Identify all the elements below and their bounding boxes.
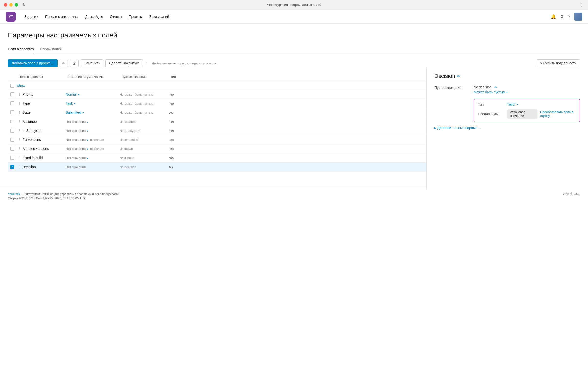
row-checkbox-fixed-in-build[interactable] xyxy=(8,156,17,160)
drag-handle-icon: ⋮ xyxy=(18,147,21,151)
hide-details-button[interactable]: > Скрыть подробности xyxy=(537,59,580,67)
header-type: Тип xyxy=(168,74,193,80)
add-field-button[interactable]: Добавить поле в проект ... xyxy=(8,59,58,67)
show-checkbox[interactable] xyxy=(8,84,17,88)
notifications-button[interactable]: 🔔 xyxy=(551,14,556,19)
may-be-empty-link[interactable]: Может быть пустым xyxy=(474,90,506,94)
footer-build: Сборка 2020.2.6745 Mon, May 25, 2020, 01… xyxy=(8,197,118,200)
dropdown-icon[interactable]: ▾ xyxy=(82,112,84,114)
row-type-state: сос xyxy=(168,111,193,114)
settings-button[interactable]: ⚙ xyxy=(560,14,564,19)
aliases-badge: строковое значение xyxy=(508,109,537,118)
nav-item-agile[interactable]: Доски Agile xyxy=(82,13,106,20)
panel-type-aliases-box-container: Тип текст ▾ Псевдонимы строковое значени… xyxy=(474,98,580,122)
separator: : xyxy=(146,61,147,65)
type-dropdown-icon[interactable]: ▾ xyxy=(517,103,518,106)
row-checkbox-affected-versions[interactable] xyxy=(8,147,17,151)
delete-icon-button[interactable]: 🗑 xyxy=(70,60,79,67)
dropdown-icon[interactable]: ▾ xyxy=(87,130,88,132)
checked-checkbox[interactable]: ✓ xyxy=(10,165,14,169)
titlebar-navigation: ← ↻ xyxy=(14,2,27,8)
row-type-affected-versions: вер xyxy=(168,147,193,151)
tab-fields-in-projects[interactable]: Поля в проектах xyxy=(8,45,34,54)
window-title: Конфигурация настраиваемых полей xyxy=(266,3,322,6)
row-default-decision: Нет значения xyxy=(66,165,120,169)
dropdown-icon[interactable]: ▾ xyxy=(87,157,88,160)
panel-empty-value-row: Пустое значение No decision ✏ Может быть… xyxy=(434,85,580,94)
drag-handle-icon: ⋮ xyxy=(18,110,21,114)
additional-params-link[interactable]: ▶ Дополнительные параме:... xyxy=(434,126,580,130)
row-checkbox-type[interactable] xyxy=(8,102,17,105)
toolbar: Добавить поле в проект ... ✏ 🗑 Заменить … xyxy=(8,59,580,67)
row-name-fix-versions: ⋮ Fix versions xyxy=(17,138,66,142)
nav-item-tasks[interactable]: Задачи ▾ xyxy=(22,13,41,20)
row-checkbox-subsystem[interactable] xyxy=(8,128,17,132)
dropdown-icon[interactable]: ▾ xyxy=(74,102,76,105)
tabs: Поля в проектах Список полей xyxy=(8,45,580,54)
row-type-decision: тек xyxy=(168,165,193,169)
gender-icon: ♂ xyxy=(22,129,25,132)
chevron-down-icon: ▾ xyxy=(506,91,508,94)
row-default-fixed-in-build: Нет значения ▾ xyxy=(66,156,120,160)
back-button[interactable]: ← xyxy=(14,2,20,8)
dropdown-icon[interactable]: ▾ xyxy=(78,93,80,96)
header-field-name: Поле в проектах xyxy=(17,74,66,80)
titlebar: ← ↻ Конфигурация настраиваемых полей ⋮ xyxy=(0,0,588,10)
nav-item-dashboards[interactable]: Панели мониторинга xyxy=(42,13,81,20)
row-name-fixed-in-build: ⋮ Fixed in build xyxy=(17,156,66,160)
tab-fields-list[interactable]: Список полей xyxy=(40,45,62,54)
header-empty-value: Пустое значение xyxy=(120,74,168,80)
row-type-type: пер xyxy=(168,102,193,105)
aliases-value-container: строковое значение Преобразовать поле в … xyxy=(508,109,576,118)
dropdown-icon[interactable]: ▾ xyxy=(87,148,88,150)
minimize-dot[interactable] xyxy=(9,3,13,6)
row-checkbox-assignee[interactable] xyxy=(8,120,17,124)
row-empty-type: Не может быть пустым xyxy=(120,102,168,105)
row-checkbox-state[interactable] xyxy=(8,110,17,114)
row-default-assignee: Нет значения ▾ xyxy=(66,120,120,124)
chevron-right-icon: ▶ xyxy=(434,127,436,129)
unchecked-checkbox[interactable] xyxy=(10,84,14,88)
may-be-empty-row: Может быть пустым ▾ xyxy=(474,90,580,94)
avatar[interactable] xyxy=(574,13,582,20)
help-button[interactable]: ? xyxy=(568,14,570,19)
replace-button[interactable]: Заменить xyxy=(80,59,104,67)
refresh-button[interactable]: ↻ xyxy=(22,2,27,8)
close-button[interactable]: Сделать закрытым xyxy=(105,59,143,67)
dropdown-icon[interactable]: ▾ xyxy=(87,120,88,123)
nav-icon-group: 🔔 ⚙ ? xyxy=(551,13,582,20)
additional-params: ▶ Дополнительные параме:... xyxy=(434,126,580,130)
logo[interactable]: YT xyxy=(6,12,16,22)
panel-empty-value-text: No decision xyxy=(474,85,492,89)
row-empty-fixed-in-build: Next Build xyxy=(120,156,168,160)
nav-item-knowledge[interactable]: База знаний xyxy=(146,13,172,20)
header-checkbox xyxy=(8,74,17,80)
type-name: текст xyxy=(508,102,516,106)
footer-link[interactable]: YouTrack xyxy=(8,192,20,196)
panel-empty-value-edit-icon[interactable]: ✏ xyxy=(494,85,497,89)
aliases-convert-link[interactable]: Преобразовать поле в строку xyxy=(540,110,576,118)
row-checkbox-fix-versions[interactable] xyxy=(8,138,17,142)
panel-type-aliases-row: Тип текст ▾ Псевдонимы строковое значени… xyxy=(434,98,580,122)
row-default-fix-versions: Нет значения ▾ несколько xyxy=(66,138,120,142)
panel-type-label-spacer xyxy=(434,98,474,98)
row-default-state: Submitted ▾ xyxy=(66,110,120,114)
row-name-decision: ⋮ Decision xyxy=(17,165,66,169)
show-label[interactable]: Show xyxy=(17,84,25,88)
row-name-assignee: ⋮ Assignee xyxy=(17,120,66,124)
panel-empty-value-label: Пустое значение xyxy=(434,85,474,90)
edit-icon-button[interactable]: ✏ xyxy=(60,60,68,67)
panel-edit-icon[interactable]: ✏ xyxy=(457,74,460,79)
row-name-priority: ⋮ Priority xyxy=(17,92,66,96)
row-type-assignee: пол xyxy=(168,120,193,124)
dropdown-icon[interactable]: ▾ xyxy=(87,139,88,141)
aliases-row: Псевдонимы строковое значение Преобразов… xyxy=(478,109,576,118)
row-checkbox-priority[interactable] xyxy=(8,92,17,96)
nav-item-reports[interactable]: Отчеты xyxy=(107,13,125,20)
row-checkbox-decision[interactable]: ✓ xyxy=(8,165,17,169)
nav-item-projects[interactable]: Проекты xyxy=(126,13,146,20)
titlebar-menu-icon[interactable]: ⋮ xyxy=(580,2,584,8)
main-content: Параметры настраиваемых полей Поля в про… xyxy=(0,24,588,172)
drag-handle-icon: ⋮ xyxy=(18,102,21,105)
close-dot[interactable] xyxy=(4,3,7,6)
